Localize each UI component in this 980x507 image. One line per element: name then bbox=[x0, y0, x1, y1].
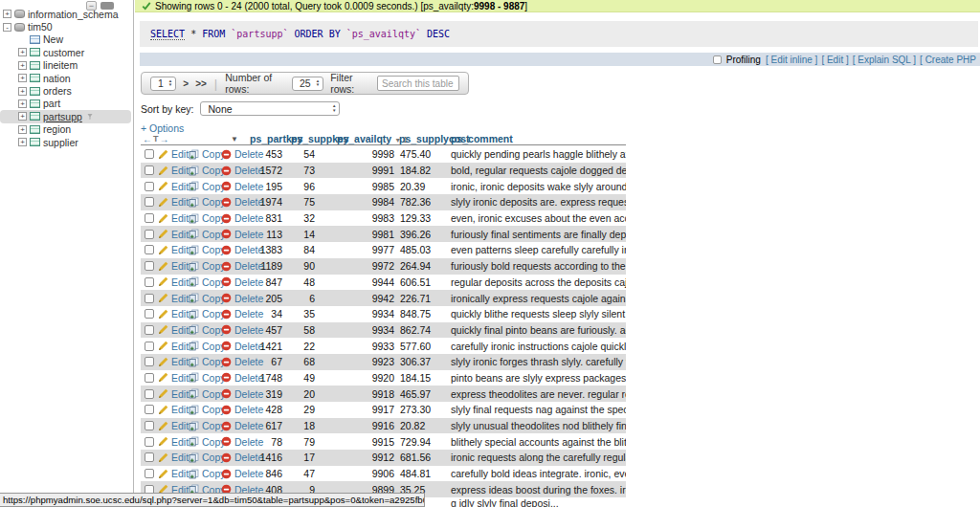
delete-link[interactable]: Delete bbox=[221, 388, 248, 400]
delete-link[interactable]: Delete bbox=[221, 181, 248, 192]
tree-expander-icon[interactable] bbox=[18, 35, 27, 44]
delete-link[interactable]: Delete bbox=[221, 308, 248, 320]
edit-link[interactable]: Edit bbox=[158, 293, 189, 304]
delete-link[interactable]: Delete bbox=[221, 165, 248, 176]
copy-link[interactable]: Copy bbox=[189, 372, 221, 384]
sidebar-item[interactable]: + nation bbox=[0, 72, 134, 84]
sql-keyword[interactable]: SELECT bbox=[150, 29, 185, 40]
edit-link[interactable]: Edit bbox=[158, 148, 189, 160]
delete-link[interactable]: Delete bbox=[221, 212, 248, 224]
sort-key-select[interactable]: None ▲▼ bbox=[200, 101, 340, 116]
copy-link[interactable]: Copy bbox=[189, 148, 221, 160]
profiling-link[interactable]: [ Edit ] bbox=[821, 55, 848, 65]
row-checkbox[interactable] bbox=[145, 405, 154, 414]
edit-link[interactable]: Edit bbox=[158, 452, 189, 463]
tree-expander-icon[interactable]: + bbox=[18, 112, 27, 121]
copy-link[interactable]: Copy bbox=[189, 229, 221, 240]
delete-link[interactable]: Delete bbox=[221, 420, 248, 431]
transpose-controls[interactable]: ←T→ bbox=[143, 134, 169, 144]
delete-link[interactable]: Delete bbox=[221, 260, 248, 272]
row-checkbox[interactable] bbox=[145, 261, 154, 271]
delete-link[interactable]: Delete bbox=[221, 196, 248, 208]
copy-link[interactable]: Copy bbox=[189, 260, 221, 272]
copy-link[interactable]: Copy bbox=[189, 404, 221, 415]
tree-expander-icon[interactable]: + bbox=[18, 138, 27, 146]
arrow-right-icon[interactable]: → bbox=[160, 134, 169, 144]
edit-link[interactable]: Edit bbox=[158, 388, 189, 400]
tree-expander-icon[interactable]: - bbox=[3, 23, 11, 32]
rows-select[interactable]: 25 ▲▼ bbox=[292, 77, 323, 91]
edit-link[interactable]: Edit bbox=[158, 181, 189, 192]
copy-link[interactable]: Copy bbox=[189, 181, 221, 192]
row-checkbox[interactable] bbox=[145, 165, 154, 175]
sidebar-item[interactable]: - tim50 bbox=[0, 20, 134, 33]
tree-expander-icon[interactable]: + bbox=[18, 87, 27, 96]
edit-link[interactable]: Edit bbox=[158, 436, 189, 448]
profiling-checkbox[interactable] bbox=[713, 55, 722, 64]
page-select[interactable]: 1 ▲▼ bbox=[150, 77, 176, 91]
copy-link[interactable]: Copy bbox=[189, 341, 221, 352]
edit-link[interactable]: Edit bbox=[158, 196, 189, 208]
row-checkbox[interactable] bbox=[145, 277, 154, 287]
copy-link[interactable]: Copy bbox=[189, 212, 221, 224]
column-header-ps-partkey[interactable]: ps_partkey bbox=[248, 133, 288, 144]
row-checkbox[interactable] bbox=[145, 294, 154, 303]
copy-link[interactable]: Copy bbox=[189, 388, 221, 400]
row-checkbox[interactable] bbox=[145, 197, 154, 207]
column-header-ps-supplycost[interactable]: ps_supplycost bbox=[396, 133, 448, 144]
filter-input[interactable] bbox=[377, 76, 459, 91]
copy-link[interactable]: Copy bbox=[189, 436, 221, 448]
copy-link[interactable]: Copy bbox=[189, 276, 221, 288]
delete-link[interactable]: Delete bbox=[221, 276, 248, 288]
row-checkbox[interactable] bbox=[145, 309, 154, 319]
copy-link[interactable]: Copy bbox=[189, 452, 221, 463]
edit-link[interactable]: Edit bbox=[158, 341, 189, 352]
column-header-ps-comment[interactable]: ps_comment bbox=[448, 133, 626, 144]
tree-expander-icon[interactable]: + bbox=[18, 74, 27, 82]
delete-link[interactable]: Delete bbox=[221, 468, 248, 479]
sidebar-item[interactable]: + lineitem bbox=[0, 59, 134, 72]
delete-link[interactable]: Delete bbox=[221, 148, 248, 160]
edit-link[interactable]: Edit bbox=[158, 229, 189, 240]
copy-link[interactable]: Copy bbox=[189, 420, 221, 431]
row-checkbox[interactable] bbox=[145, 469, 154, 478]
profiling-link[interactable]: [ Create PHP bbox=[920, 55, 976, 65]
profiling-link[interactable]: [ Edit inline ] bbox=[766, 55, 817, 65]
row-checkbox[interactable] bbox=[145, 213, 154, 223]
last-page-button[interactable]: >> bbox=[195, 78, 207, 89]
edit-link[interactable]: Edit bbox=[158, 165, 189, 176]
tree-expander-icon[interactable]: + bbox=[18, 61, 27, 70]
copy-link[interactable]: Copy bbox=[189, 324, 221, 336]
edit-link[interactable]: Edit bbox=[158, 308, 189, 320]
row-checkbox[interactable] bbox=[145, 245, 154, 254]
row-checkbox[interactable] bbox=[145, 230, 154, 239]
tree-expander-icon[interactable]: + bbox=[18, 125, 27, 134]
sidebar-item[interactable]: + information_schema bbox=[0, 8, 134, 20]
profiling-link[interactable]: [ Explain SQL ] bbox=[853, 55, 916, 65]
sidebar-item[interactable]: + orders bbox=[0, 84, 134, 97]
header-dropdown-icon[interactable]: ▼ bbox=[231, 135, 238, 143]
delete-link[interactable]: Delete bbox=[221, 244, 248, 255]
copy-link[interactable]: Copy bbox=[189, 196, 221, 208]
copy-link[interactable]: Copy bbox=[189, 468, 221, 479]
edit-link[interactable]: Edit bbox=[158, 276, 189, 288]
delete-link[interactable]: Delete bbox=[221, 229, 248, 240]
tree-expander-icon[interactable]: + bbox=[3, 10, 11, 18]
row-checkbox[interactable] bbox=[145, 437, 154, 447]
delete-link[interactable]: Delete bbox=[221, 293, 248, 304]
row-checkbox[interactable] bbox=[145, 357, 154, 366]
copy-link[interactable]: Copy bbox=[189, 244, 221, 255]
edit-link[interactable]: Edit bbox=[158, 260, 189, 272]
delete-link[interactable]: Delete bbox=[221, 436, 248, 448]
sidebar-item[interactable]: + part bbox=[0, 98, 134, 110]
tree-expander-icon[interactable]: + bbox=[18, 48, 27, 56]
delete-link[interactable]: Delete bbox=[221, 452, 248, 463]
edit-link[interactable]: Edit bbox=[158, 356, 189, 367]
row-checkbox[interactable] bbox=[145, 452, 154, 462]
row-checkbox[interactable] bbox=[145, 421, 154, 430]
row-checkbox[interactable] bbox=[145, 149, 154, 159]
filter-icon[interactable] bbox=[86, 113, 94, 121]
edit-link[interactable]: Edit bbox=[158, 420, 189, 431]
row-checkbox[interactable] bbox=[145, 182, 154, 191]
edit-link[interactable]: Edit bbox=[158, 468, 189, 479]
